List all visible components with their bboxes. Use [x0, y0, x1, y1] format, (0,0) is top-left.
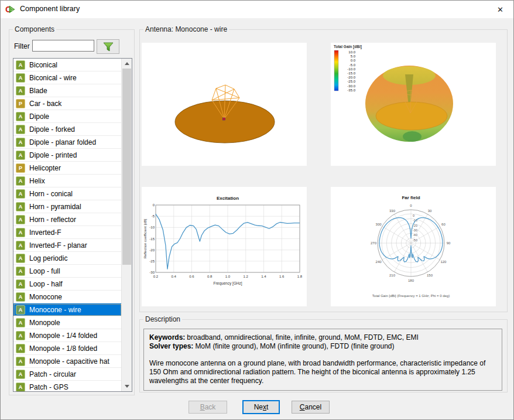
list-item-label: Dipole - forked — [29, 125, 75, 134]
antenna-type-icon: A — [16, 331, 25, 340]
antenna-type-icon: A — [16, 73, 25, 83]
list-item[interactable]: PHelicopter — [13, 162, 122, 175]
svg-text:-30.0: -30.0 — [347, 84, 355, 88]
list-item-label: Monocone - wire — [29, 306, 81, 314]
svg-text:0.8: 0.8 — [207, 275, 213, 278]
list-item[interactable]: ALoop - half — [13, 278, 122, 291]
list-item-label: Monopole - capacitive hat — [29, 357, 109, 366]
svg-text:300: 300 — [376, 223, 382, 226]
list-item-label: Monopole — [29, 319, 60, 327]
svg-text:-35.0: -35.0 — [347, 88, 355, 92]
svg-text:30: 30 — [428, 209, 432, 213]
list-item[interactable]: ABiconical — [13, 59, 122, 71]
antenna-type-icon: A — [16, 370, 25, 379]
antenna-type-icon: A — [16, 318, 25, 327]
scroll-up-button[interactable] — [122, 59, 132, 69]
scroll-down-button[interactable] — [122, 381, 132, 391]
list-item[interactable]: AHelix — [13, 175, 122, 187]
list-item[interactable]: APatch - circular — [13, 368, 122, 381]
svg-text:Total Gain [dBi] (Frequency =: Total Gain [dBi] (Frequency = 1 GHz; Phi… — [372, 294, 450, 298]
list-scrollbar[interactable] — [121, 59, 132, 391]
farfield-polar-chart: Far field0306090120150180210240270300330… — [331, 187, 496, 306]
list-item[interactable]: PCar - back — [13, 97, 122, 110]
svg-text:-20: -20 — [149, 248, 155, 252]
list-item[interactable]: APatch - GPS — [13, 381, 122, 392]
list-item[interactable]: AMonocone - wire — [13, 303, 122, 316]
antenna-type-icon: A — [16, 344, 25, 353]
excitation-chart-preview: Excitation0.20.40.60.81.01.21.41.61.80-5… — [142, 187, 307, 306]
list-item-label: Dipole — [29, 112, 49, 121]
svg-text:Frequency [GHz]: Frequency [GHz] — [213, 281, 242, 286]
svg-text:330: 330 — [389, 209, 396, 213]
svg-text:-30: -30 — [149, 271, 155, 274]
svg-text:240: 240 — [376, 260, 382, 264]
svg-text:1.4: 1.4 — [261, 275, 266, 278]
component-list[interactable]: ABiconicalABiconical - wireABladePCar - … — [13, 58, 132, 392]
list-item[interactable]: ABiconical - wire — [13, 71, 122, 84]
list-item[interactable]: AMonopole - capacitive hat — [13, 355, 122, 368]
titlebar: C Component library ✕ — [1, 1, 513, 18]
filter-input[interactable] — [32, 40, 94, 52]
solver-types-label: Solver types: — [149, 342, 193, 350]
close-button[interactable]: ✕ — [487, 1, 513, 18]
antenna-type-icon: A — [16, 357, 25, 366]
list-item-label: Helix — [29, 177, 45, 185]
svg-text:120: 120 — [440, 260, 447, 264]
solver-types-value: MoM (finite ground), MoM (infinite groun… — [195, 342, 394, 350]
list-item[interactable]: ADipole - forked — [13, 123, 122, 136]
cancel-button[interactable]: Cancel — [292, 401, 330, 414]
keywords-label: Keywords: — [149, 333, 185, 342]
filter-button[interactable] — [97, 39, 119, 54]
antenna-type-icon: A — [16, 86, 25, 95]
list-item[interactable]: AMonopole - 1/8 folded — [13, 342, 122, 355]
list-item-label: Loop - half — [29, 280, 63, 288]
list-item[interactable]: ABlade — [13, 84, 122, 97]
antenna-preview-label: Antenna: Monocone - wire — [143, 25, 229, 33]
list-item-label: Horn - reflector — [29, 216, 76, 224]
list-item[interactable]: AInverted-F — [13, 226, 122, 239]
solver-line: Solver types:MoM (finite ground), MoM (i… — [149, 342, 496, 351]
svg-text:0: 0 — [413, 214, 414, 217]
list-item[interactable]: ADipole - printed — [13, 149, 122, 162]
list-item-label: Horn - pyramidal — [29, 203, 81, 211]
description-group: Description Keywords:broadband, omnidire… — [139, 319, 508, 392]
list-item[interactable]: AInverted-F - planar — [13, 239, 122, 252]
antenna-type-icon: A — [16, 202, 25, 211]
list-item[interactable]: AMonocone — [13, 291, 122, 303]
next-button[interactable]: Next — [242, 400, 280, 414]
model-3d-preview — [142, 43, 307, 166]
keywords-value: broadband, omnidirectional, finite, infi… — [187, 333, 419, 342]
list-item-label: Log periodic — [29, 254, 67, 262]
description-group-label: Description — [143, 315, 182, 323]
antenna-type-icon: A — [16, 267, 25, 276]
filter-label: Filter — [14, 42, 30, 50]
svg-text:150: 150 — [427, 274, 433, 277]
antenna-type-icon: A — [16, 383, 25, 392]
chevron-down-icon — [125, 385, 129, 388]
antenna-type-icon: A — [16, 254, 25, 263]
list-item[interactable]: AMonopole — [13, 316, 122, 329]
antenna-preview-group: Antenna: Monocone - wire — [139, 29, 508, 312]
svg-text:-15.0: -15.0 — [347, 71, 355, 75]
list-item-label: Dipole - planar folded — [29, 138, 96, 146]
list-item[interactable]: ALog periodic — [13, 252, 122, 265]
list-item[interactable]: ALoop - full — [13, 265, 122, 278]
antenna-type-icon: A — [16, 189, 25, 199]
svg-text:Excitation: Excitation — [217, 196, 239, 201]
chevron-up-icon — [125, 62, 129, 65]
list-item-label: Helicopter — [29, 164, 61, 172]
list-item[interactable]: ADipole — [13, 110, 122, 123]
list-item[interactable]: AHorn - pyramidal — [13, 200, 122, 213]
svg-text:90: 90 — [447, 241, 451, 245]
description-paragraph: Wire monocone antenna on a ground plane,… — [149, 359, 496, 385]
svg-text:270: 270 — [371, 241, 377, 245]
list-item[interactable]: ADipole - planar folded — [13, 136, 122, 149]
list-item[interactable]: AHorn - conical — [13, 187, 122, 200]
scrollbar-thumb[interactable] — [122, 69, 131, 265]
svg-text:Reflection coefficient [dB]: Reflection coefficient [dB] — [143, 218, 147, 258]
back-button[interactable]: Back — [189, 401, 227, 414]
list-item[interactable]: AMonopole - 1/4 folded — [13, 329, 122, 342]
list-item[interactable]: AHorn - reflector — [13, 213, 122, 226]
svg-text:Total Gain [dBi]: Total Gain [dBi] — [334, 45, 362, 49]
svg-text:0.4: 0.4 — [172, 275, 177, 278]
